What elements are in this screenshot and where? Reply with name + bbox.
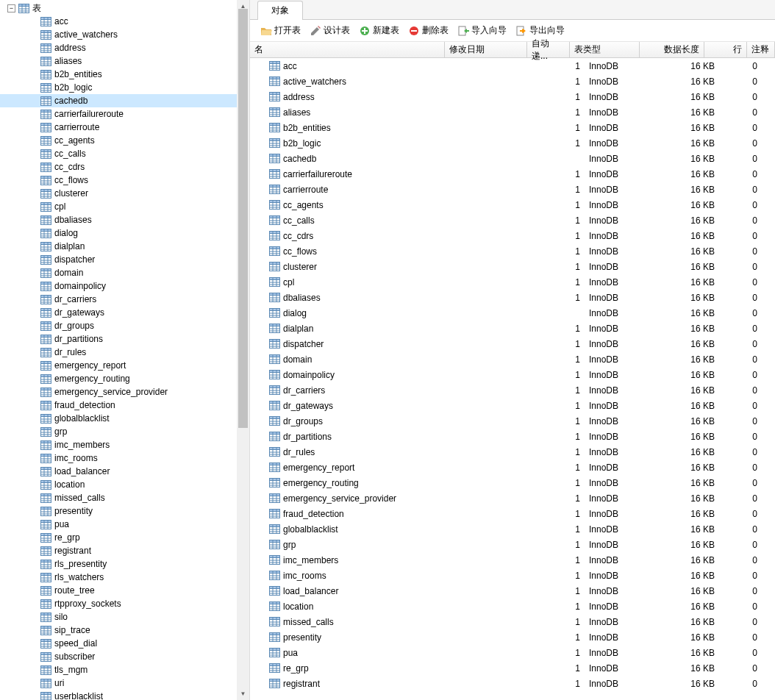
tree-item-domain[interactable]: domain (0, 266, 237, 279)
tree-item-speed_dial[interactable]: speed_dial (0, 637, 237, 650)
tree-item-sip_trace[interactable]: sip_trace (0, 624, 237, 637)
tree-root-tables[interactable]: − 表 (0, 1, 237, 15)
tree-item-presentity[interactable]: presentity (0, 504, 237, 518)
tree-item-dr_partitions[interactable]: dr_partitions (0, 332, 237, 346)
tree-item-dispatcher[interactable]: dispatcher (0, 253, 237, 266)
tree-item-active_watchers[interactable]: active_watchers (0, 28, 237, 41)
table-row[interactable]: carrierfailureroute1InnoDB16 KB0 (250, 166, 775, 182)
tree-item-userblacklist[interactable]: userblacklist (0, 690, 237, 700)
tree-item-emergency_report[interactable]: emergency_report (0, 359, 237, 372)
tree-item-address[interactable]: address (0, 41, 237, 54)
table-row[interactable]: cc_flows1InnoDB16 KB0 (250, 243, 775, 259)
table-row[interactable]: dr_rules1InnoDB16 KB0 (250, 444, 775, 460)
table-row[interactable]: domainpolicy1InnoDB16 KB0 (250, 367, 775, 382)
tree-item-fraud_detection[interactable]: fraud_detection (0, 399, 237, 412)
tree-item-dbaliases[interactable]: dbaliases (0, 213, 237, 226)
tree-item-cachedb[interactable]: cachedb (0, 94, 237, 107)
tree-item-silo[interactable]: silo (0, 610, 237, 624)
table-row[interactable]: emergency_routing1InnoDB16 KB0 (250, 475, 775, 490)
table-row[interactable]: domain1InnoDB16 KB0 (250, 351, 775, 367)
tree-item-imc_rooms[interactable]: imc_rooms (0, 451, 237, 465)
tree-item-location[interactable]: location (0, 478, 237, 491)
tree-item-cc_cdrs[interactable]: cc_cdrs (0, 160, 237, 174)
table-row[interactable]: imc_rooms1InnoDB16 KB0 (250, 568, 775, 583)
column-header-auto[interactable]: 自动递... (527, 42, 570, 57)
table-row[interactable]: cachedbInnoDB16 KB0 (250, 151, 775, 166)
table-row[interactable]: dbaliases1InnoDB16 KB0 (250, 290, 775, 305)
tab-objects[interactable]: 对象 (257, 1, 303, 20)
table-row[interactable]: dr_gateways1InnoDB16 KB0 (250, 398, 775, 413)
tree-item-aliases[interactable]: aliases (0, 54, 237, 68)
table-row[interactable]: address1InnoDB16 KB0 (250, 89, 775, 104)
tree-item-dr_carriers[interactable]: dr_carriers (0, 293, 237, 306)
tree-item-route_tree[interactable]: route_tree (0, 584, 237, 597)
tree-item-pua[interactable]: pua (0, 518, 237, 531)
tree-item-cc_agents[interactable]: cc_agents (0, 134, 237, 147)
table-row[interactable]: cpl1InnoDB16 KB0 (250, 274, 775, 290)
table-row[interactable]: active_watchers1InnoDB16 KB0 (250, 74, 775, 89)
tree-item-imc_members[interactable]: imc_members (0, 438, 237, 451)
table-row[interactable]: b2b_logic1InnoDB16 KB0 (250, 135, 775, 151)
table-row[interactable]: cc_calls1InnoDB16 KB0 (250, 213, 775, 228)
tree-item-rls_watchers[interactable]: rls_watchers (0, 571, 237, 584)
tree-item-globalblacklist[interactable]: globalblacklist (0, 412, 237, 425)
tree-item-dr_gateways[interactable]: dr_gateways (0, 306, 237, 319)
delete-table-button[interactable]: 删除表 (404, 23, 453, 38)
table-row[interactable]: registrant1InnoDB16 KB0 (250, 676, 775, 691)
table-row[interactable]: globalblacklist1InnoDB16 KB0 (250, 521, 775, 537)
table-row[interactable]: imc_members1InnoDB16 KB0 (250, 552, 775, 568)
table-row[interactable]: b2b_entities1InnoDB16 KB0 (250, 120, 775, 135)
table-row[interactable]: dialogInnoDB16 KB0 (250, 305, 775, 321)
tree-item-cc_calls[interactable]: cc_calls (0, 147, 237, 160)
column-header-length[interactable]: 数据长度 (640, 42, 704, 57)
import-wizard-button[interactable]: 导入向导 (453, 23, 511, 38)
tree-item-b2b_entities[interactable]: b2b_entities (0, 68, 237, 81)
tree-item-dialog[interactable]: dialog (0, 226, 237, 240)
tree-item-grp[interactable]: grp (0, 425, 237, 438)
table-row[interactable]: clusterer1InnoDB16 KB0 (250, 259, 775, 274)
column-header-modified[interactable]: 修改日期 (445, 42, 527, 57)
table-row[interactable]: fraud_detection1InnoDB16 KB0 (250, 506, 775, 521)
table-row[interactable]: dialplan1InnoDB16 KB0 (250, 321, 775, 336)
table-row[interactable]: dispatcher1InnoDB16 KB0 (250, 336, 775, 351)
column-header-rows[interactable]: 行 (704, 42, 747, 57)
tree-item-clusterer[interactable]: clusterer (0, 187, 237, 200)
tree-item-b2b_logic[interactable]: b2b_logic (0, 81, 237, 94)
tree-item-dr_rules[interactable]: dr_rules (0, 346, 237, 359)
tree-item-carrierfailureroute[interactable]: carrierfailureroute (0, 107, 237, 121)
table-row[interactable]: missed_calls1InnoDB16 KB0 (250, 614, 775, 629)
tree-item-missed_calls[interactable]: missed_calls (0, 491, 237, 504)
scrollbar-thumb[interactable] (238, 9, 248, 428)
tree-item-registrant[interactable]: registrant (0, 544, 237, 557)
tree-item-acc[interactable]: acc (0, 15, 237, 28)
table-row[interactable]: dr_carriers1InnoDB16 KB0 (250, 382, 775, 398)
collapse-icon[interactable]: − (7, 4, 15, 12)
table-row[interactable]: emergency_report1InnoDB16 KB0 (250, 460, 775, 475)
table-row[interactable]: re_grp1InnoDB16 KB0 (250, 660, 775, 676)
tree-item-rtpproxy_sockets[interactable]: rtpproxy_sockets (0, 597, 237, 610)
tree-item-dialplan[interactable]: dialplan (0, 240, 237, 253)
tree-item-load_balancer[interactable]: load_balancer (0, 465, 237, 478)
table-row[interactable]: acc1InnoDB16 KB0 (250, 58, 775, 74)
table-row[interactable]: load_balancer1InnoDB16 KB0 (250, 583, 775, 599)
table-row[interactable]: emergency_service_provider1InnoDB16 KB0 (250, 490, 775, 506)
scroll-down-icon[interactable]: ▼ (237, 688, 249, 700)
design-table-button[interactable]: 设计表 (305, 23, 354, 38)
column-header-name[interactable]: 名 (250, 42, 445, 57)
tree-item-carrierroute[interactable]: carrierroute (0, 121, 237, 134)
tree-item-re_grp[interactable]: re_grp (0, 531, 237, 544)
open-table-button[interactable]: 打开表 (256, 23, 305, 38)
table-row[interactable]: dr_partitions1InnoDB16 KB0 (250, 429, 775, 444)
tree-item-dr_groups[interactable]: dr_groups (0, 319, 237, 332)
export-wizard-button[interactable]: 导出向导 (511, 23, 569, 38)
tree-item-rls_presentity[interactable]: rls_presentity (0, 557, 237, 571)
tree-item-emergency_routing[interactable]: emergency_routing (0, 372, 237, 385)
table-row[interactable]: cc_cdrs1InnoDB16 KB0 (250, 228, 775, 243)
table-row[interactable]: aliases1InnoDB16 KB0 (250, 104, 775, 120)
table-row[interactable]: dr_groups1InnoDB16 KB0 (250, 413, 775, 429)
tree-item-cc_flows[interactable]: cc_flows (0, 174, 237, 187)
column-header-comment[interactable]: 注释 (747, 42, 775, 57)
tree-item-subscriber[interactable]: subscriber (0, 650, 237, 663)
tree-item-emergency_service_provider[interactable]: emergency_service_provider (0, 385, 237, 399)
tree-item-cpl[interactable]: cpl (0, 200, 237, 213)
